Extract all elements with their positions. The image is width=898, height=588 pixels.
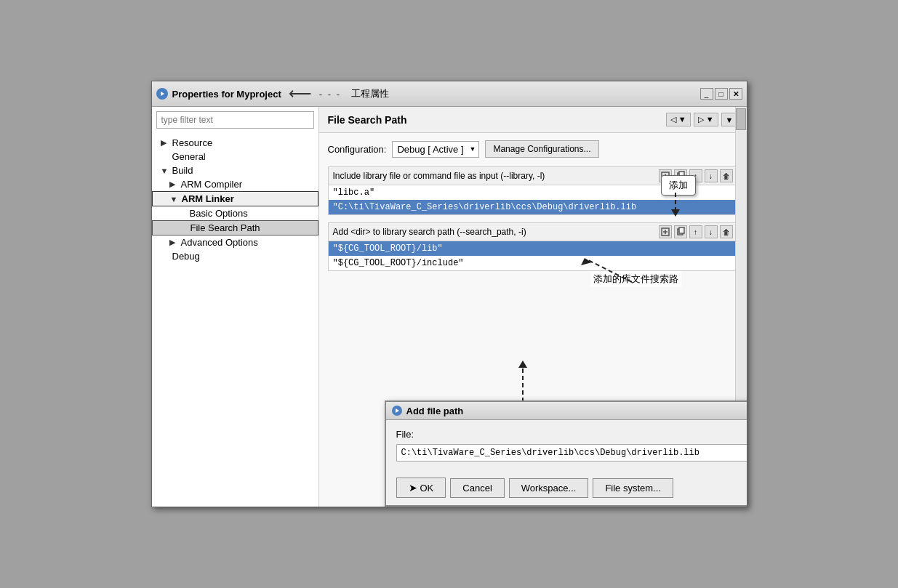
tree: ▶ Resource General ▼ Build ▶ ARM Compile… <box>152 133 318 507</box>
title-chinese: 工程属性 <box>351 87 389 100</box>
dashed-arrow-decor: - - - <box>319 89 341 100</box>
sidebar-item-debug[interactable]: Debug <box>152 249 318 263</box>
search-item-1[interactable]: "${CG_TOOL_ROOT}/lib" <box>329 241 737 256</box>
svg-marker-17 <box>518 361 527 368</box>
config-select-wrapper: Debug [ Active ] <box>392 141 479 158</box>
right-panel: File Search Path ◁ ▼ ▷ ▼ ▼ Configuration… <box>319 107 747 507</box>
sidebar-item-label: General <box>172 151 206 162</box>
nav-buttons: ◁ ▼ ▷ ▼ ▼ <box>666 113 738 126</box>
sidebar-item-label: ARM Linker <box>182 193 234 204</box>
sidebar-item-file-search-path[interactable]: File Search Path <box>152 220 318 235</box>
maximize-button[interactable]: □ <box>715 88 728 100</box>
expand-icon: ▼ <box>170 195 179 204</box>
sidebar-item-arm-compiler[interactable]: ▶ ARM Compiler <box>152 177 318 191</box>
sidebar-item-label: Basic Options <box>190 208 248 219</box>
search-down-btn[interactable]: ↓ <box>705 225 718 238</box>
search-path-label: Add <dir> to library search path (--sear… <box>333 227 526 237</box>
right-content: Configuration: Debug [ Active ] Manage C… <box>319 133 747 507</box>
sub-dialog-content: File: <box>386 420 747 470</box>
search-path-actions: ↑ ↓ 🗑 <box>659 225 733 238</box>
include-library-label: Include library file or command file as … <box>333 171 545 181</box>
sub-dialog-title-bar: Add file path ✕ <box>386 402 747 420</box>
ok-button[interactable]: ➤ OK <box>396 478 446 498</box>
delete-btn[interactable]: 🗑 <box>720 169 733 182</box>
title-bar: Properties for Myproject ⟵ - - - 工程属性 _ … <box>152 81 747 107</box>
minimize-button[interactable]: _ <box>700 88 713 100</box>
search-path-section: Add <dir> to library search path (--sear… <box>328 222 738 271</box>
right-header: File Search Path ◁ ▼ ▷ ▼ ▼ <box>319 107 747 133</box>
config-select[interactable]: Debug [ Active ] <box>392 141 479 158</box>
expand-icon: ▶ <box>161 138 169 148</box>
sidebar-item-basic-options[interactable]: Basic Options <box>152 206 318 220</box>
search-path-header: Add <dir> to library search path (--sear… <box>329 223 737 241</box>
close-button[interactable]: ✕ <box>729 88 742 100</box>
workspace-button[interactable]: Workspace... <box>509 478 589 498</box>
expand-icon: ▼ <box>161 166 169 175</box>
callout-text: 添加 <box>669 180 688 190</box>
right-panel-title: File Search Path <box>328 114 407 126</box>
window-icon <box>156 88 168 100</box>
svg-rect-11 <box>679 227 684 233</box>
title-arrow: ⟵ <box>289 84 312 103</box>
nav-forward-button[interactable]: ▷ ▼ <box>694 113 718 126</box>
search-item-2[interactable]: "${CG_TOOL_ROOT}/include" <box>329 256 737 270</box>
sidebar-item-general[interactable]: General <box>152 150 318 164</box>
expand-icon: ▶ <box>169 180 178 189</box>
config-row: Configuration: Debug [ Active ] Manage C… <box>328 140 738 158</box>
ok-label: OK <box>420 483 434 494</box>
file-label: File: <box>396 429 747 440</box>
file-path-input[interactable] <box>396 444 747 462</box>
window-controls: _ □ ✕ <box>700 88 742 100</box>
sidebar-item-label: Advanced Options <box>181 237 258 248</box>
add-file-path-dialog: Add file path ✕ File: ➤ OK Cancel <box>385 400 747 507</box>
search-add-btn[interactable] <box>659 225 672 238</box>
move-down-btn[interactable]: ↓ <box>705 169 718 182</box>
filter-input[interactable] <box>156 111 314 129</box>
sidebar-item-label: ARM Compiler <box>181 179 243 190</box>
sidebar-item-resource[interactable]: ▶ Resource <box>152 136 318 150</box>
sidebar-item-label: Build <box>172 165 193 176</box>
content-area: ▶ Resource General ▼ Build ▶ ARM Compile… <box>152 107 747 507</box>
sidebar-item-label: Resource <box>172 137 213 148</box>
ok-arrow-icon: ➤ <box>409 482 417 494</box>
window-title: Properties for Myproject <box>172 89 281 100</box>
search-copy-btn[interactable] <box>674 225 687 238</box>
sidebar-item-advanced-options[interactable]: ▶ Advanced Options <box>152 235 318 249</box>
expand-icon: ▶ <box>169 238 178 247</box>
search-delete-btn[interactable]: 🗑 <box>720 225 733 238</box>
file-system-button[interactable]: File system... <box>593 478 673 498</box>
sidebar-item-arm-linker[interactable]: ▼ ARM Linker <box>152 191 318 206</box>
sidebar-item-label: File Search Path <box>191 222 260 233</box>
cancel-button[interactable]: Cancel <box>450 478 504 498</box>
callout-add: 添加 <box>661 175 696 196</box>
annotation-library-path: 添加的库文件搜索路 <box>590 271 681 287</box>
nav-back-button[interactable]: ◁ ▼ <box>666 113 691 126</box>
left-panel: ▶ Resource General ▼ Build ▶ ARM Compile… <box>152 107 319 507</box>
sub-dialog-title-text: Add file path <box>406 406 464 416</box>
main-window: Properties for Myproject ⟵ - - - 工程属性 _ … <box>151 81 747 507</box>
config-label: Configuration: <box>328 144 387 155</box>
include-item-2[interactable]: "C:\ti\TivaWare_C_Series\driverlib\ccs\D… <box>329 200 737 214</box>
manage-configurations-button[interactable]: Manage Configurations... <box>485 140 598 158</box>
sub-dialog-buttons: ➤ OK Cancel Workspace... File system... <box>386 470 747 505</box>
scrollbar-thumb[interactable] <box>736 108 746 130</box>
sidebar-item-build[interactable]: ▼ Build <box>152 164 318 177</box>
sidebar-item-label: Debug <box>172 251 200 262</box>
sub-dialog-icon <box>392 406 402 416</box>
search-up-btn[interactable]: ↑ <box>689 225 702 238</box>
